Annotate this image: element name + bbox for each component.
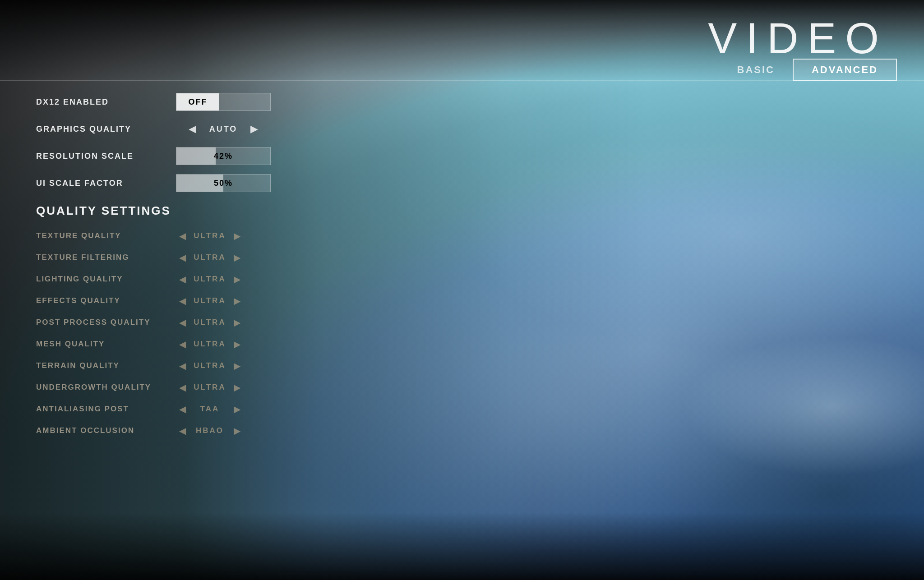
quality-rows: TEXTURE QUALITY ◀ ULTRA ▶ TEXTURE FILTER…: [36, 226, 284, 441]
resolution-scale-label: RESOLUTION SCALE: [36, 152, 162, 161]
ui-scale-control: 50%: [162, 174, 284, 192]
quality-label-3: EFFECTS QUALITY: [36, 296, 162, 305]
quality-selector-7: ◀ ULTRA ▶: [162, 382, 257, 393]
tab-advanced[interactable]: ADVANCED: [793, 59, 897, 81]
quality-selector-5: ◀ ULTRA ▶: [162, 339, 257, 350]
quality-arrow-left-9[interactable]: ◀: [179, 425, 186, 436]
quality-value-1: ULTRA: [189, 253, 230, 262]
resolution-scale-row: RESOLUTION SCALE 42%: [36, 144, 284, 168]
quality-arrow-left-7[interactable]: ◀: [179, 382, 186, 393]
quality-selector-8: ◀ TAA ▶: [162, 404, 257, 414]
graphics-quality-control: ◀ AUTO ▶: [162, 124, 284, 134]
quality-arrow-right-2[interactable]: ▶: [234, 274, 240, 285]
quality-selector-0: ◀ ULTRA ▶: [162, 230, 257, 241]
quality-label-1: TEXTURE FILTERING: [36, 253, 162, 262]
quality-arrow-right-4[interactable]: ▶: [234, 317, 240, 328]
page-title: VIDEO: [708, 14, 888, 63]
quality-arrow-left-0[interactable]: ◀: [179, 230, 186, 241]
quality-row: LIGHTING QUALITY ◀ ULTRA ▶: [36, 269, 284, 289]
graphics-quality-label: GRAPHICS QUALITY: [36, 124, 162, 134]
quality-value-4: ULTRA: [189, 318, 230, 327]
quality-arrow-left-6[interactable]: ◀: [179, 360, 186, 371]
quality-value-8: TAA: [189, 405, 230, 414]
quality-selector-2: ◀ ULTRA ▶: [162, 274, 257, 285]
graphics-quality-value: AUTO: [201, 124, 246, 134]
quality-row: POST PROCESS QUALITY ◀ ULTRA ▶: [36, 313, 284, 332]
quality-arrow-right-8[interactable]: ▶: [234, 404, 240, 414]
quality-label-9: AMBIENT OCCLUSION: [36, 426, 162, 435]
quality-value-9: HBAO: [189, 426, 230, 435]
quality-selector-4: ◀ ULTRA ▶: [162, 317, 257, 328]
quality-row: UNDERGROWTH QUALITY ◀ ULTRA ▶: [36, 377, 284, 397]
quality-arrow-right-3[interactable]: ▶: [234, 295, 240, 306]
graphics-quality-arrow-right[interactable]: ▶: [250, 124, 258, 134]
quality-section-header: QUALITY SETTINGS: [36, 204, 284, 218]
quality-row: TEXTURE QUALITY ◀ ULTRA ▶: [36, 226, 284, 246]
ui-scale-row: UI SCALE FACTOR 50%: [36, 171, 284, 195]
dx12-toggle[interactable]: OFF: [176, 93, 271, 111]
dx12-toggle-active: OFF: [176, 93, 219, 110]
resolution-scale-slider[interactable]: 42%: [176, 147, 271, 165]
quality-arrow-right-5[interactable]: ▶: [234, 339, 240, 350]
quality-row: TERRAIN QUALITY ◀ ULTRA ▶: [36, 356, 284, 376]
settings-panel: DX12 ENABLED OFF GRAPHICS QUALITY ◀ AUTO…: [36, 90, 284, 442]
quality-selector-1: ◀ ULTRA ▶: [162, 252, 257, 263]
ui-layer: VIDEO BASIC ADVANCED DX12 ENABLED OFF GR…: [0, 0, 924, 580]
resolution-scale-value: 42%: [214, 152, 233, 161]
quality-value-5: ULTRA: [189, 340, 230, 349]
quality-arrow-left-1[interactable]: ◀: [179, 252, 186, 263]
dx12-toggle-value: OFF: [189, 97, 208, 107]
quality-value-0: ULTRA: [189, 231, 230, 240]
quality-row: ANTIALIASING POST ◀ TAA ▶: [36, 399, 284, 419]
quality-row: MESH QUALITY ◀ ULTRA ▶: [36, 334, 284, 354]
tab-bar: BASIC ADVANCED: [719, 59, 897, 81]
quality-label-8: ANTIALIASING POST: [36, 405, 162, 414]
dx12-control: OFF: [162, 93, 284, 111]
resolution-scale-fill: [176, 147, 216, 165]
quality-selector-3: ◀ ULTRA ▶: [162, 295, 257, 306]
quality-arrow-right-0[interactable]: ▶: [234, 230, 240, 241]
quality-row: TEXTURE FILTERING ◀ ULTRA ▶: [36, 248, 284, 267]
ui-scale-slider[interactable]: 50%: [176, 174, 271, 192]
quality-arrow-left-5[interactable]: ◀: [179, 339, 186, 350]
graphics-quality-row: GRAPHICS QUALITY ◀ AUTO ▶: [36, 117, 284, 141]
quality-arrow-left-2[interactable]: ◀: [179, 274, 186, 285]
quality-arrow-left-8[interactable]: ◀: [179, 404, 186, 414]
ui-scale-value: 50%: [214, 179, 233, 188]
quality-label-5: MESH QUALITY: [36, 340, 162, 349]
quality-arrow-left-3[interactable]: ◀: [179, 295, 186, 306]
quality-arrow-left-4[interactable]: ◀: [179, 317, 186, 328]
quality-value-6: ULTRA: [189, 361, 230, 370]
quality-selector-9: ◀ HBAO ▶: [162, 425, 257, 436]
quality-value-7: ULTRA: [189, 383, 230, 392]
quality-arrow-right-1[interactable]: ▶: [234, 252, 240, 263]
ui-scale-label: UI SCALE FACTOR: [36, 179, 162, 188]
quality-selector-6: ◀ ULTRA ▶: [162, 360, 257, 371]
quality-label-2: LIGHTING QUALITY: [36, 275, 162, 284]
quality-arrow-right-9[interactable]: ▶: [234, 425, 240, 436]
resolution-scale-control: 42%: [162, 147, 284, 165]
quality-value-2: ULTRA: [189, 275, 230, 284]
quality-value-3: ULTRA: [189, 296, 230, 305]
quality-label-7: UNDERGROWTH QUALITY: [36, 383, 162, 392]
quality-arrow-right-7[interactable]: ▶: [234, 382, 240, 393]
quality-arrow-right-6[interactable]: ▶: [234, 360, 240, 371]
quality-row: EFFECTS QUALITY ◀ ULTRA ▶: [36, 291, 284, 311]
graphics-quality-selector: ◀ AUTO ▶: [176, 124, 271, 134]
quality-label-6: TERRAIN QUALITY: [36, 361, 162, 370]
quality-row: AMBIENT OCCLUSION ◀ HBAO ▶: [36, 421, 284, 441]
graphics-quality-arrow-left[interactable]: ◀: [189, 124, 196, 134]
dx12-row: DX12 ENABLED OFF: [36, 90, 284, 114]
quality-label-0: TEXTURE QUALITY: [36, 231, 162, 240]
dx12-label: DX12 ENABLED: [36, 97, 162, 107]
tab-basic[interactable]: BASIC: [719, 60, 793, 80]
quality-label-4: POST PROCESS QUALITY: [36, 318, 162, 327]
